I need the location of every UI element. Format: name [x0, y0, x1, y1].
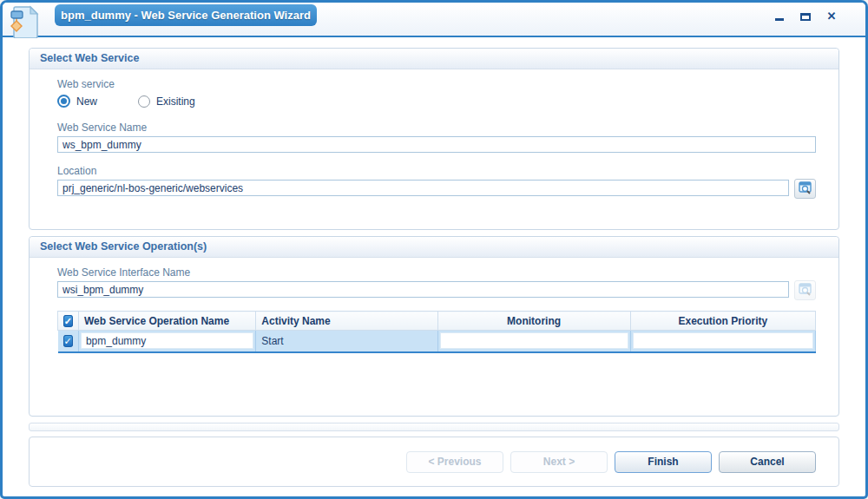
row-checkbox[interactable]: [63, 335, 73, 347]
radio-option-existing[interactable]: Exisiting: [138, 95, 195, 108]
window-title: bpm_dummy - Web Service Generation Wizar…: [55, 4, 317, 26]
radio-existing-label: Exisiting: [156, 95, 195, 108]
select-web-service-panel: Select Web Service Web service New Exisi…: [29, 48, 839, 230]
next-button: Next >: [510, 451, 608, 473]
column-execution-priority[interactable]: Execution Priority: [630, 312, 815, 331]
maximize-icon[interactable]: [799, 10, 812, 23]
radio-existing-icon[interactable]: [138, 95, 150, 108]
select-web-service-header: Select Web Service: [30, 49, 838, 69]
browse-window-search-icon: [799, 181, 812, 197]
web-service-name-label: Web Service Name: [57, 121, 816, 134]
wizard-window: bpm_dummy - Web Service Generation Wizar…: [0, 0, 868, 499]
bpm-document-icon: [10, 5, 39, 38]
select-operations-header: Select Web Service Operation(s): [30, 237, 838, 258]
location-input[interactable]: [57, 180, 789, 196]
operations-table-header-row: Web Service Operation Name Activity Name…: [58, 312, 816, 331]
finish-button[interactable]: Finish: [615, 451, 712, 473]
select-web-service-body: Web service New Exisiting Web Service Na…: [30, 69, 838, 199]
radio-new-selected-icon[interactable]: [57, 95, 70, 108]
location-label: Location: [57, 165, 816, 177]
web-service-label: Web service: [57, 78, 816, 90]
column-operation-name[interactable]: Web Service Operation Name: [78, 312, 255, 331]
interface-name-input[interactable]: [57, 281, 789, 298]
execution-priority-cell[interactable]: [633, 332, 813, 349]
select-all-checkbox[interactable]: [63, 315, 73, 327]
button-panel: < Previous Next > Finish Cancel: [29, 437, 839, 487]
column-monitoring[interactable]: Monitoring: [437, 312, 630, 331]
window-controls: ✕: [773, 10, 838, 23]
table-row[interactable]: bpm_dummy Start: [58, 331, 816, 352]
close-icon[interactable]: ✕: [825, 10, 838, 23]
location-browse-button[interactable]: [794, 179, 816, 199]
cancel-button[interactable]: Cancel: [719, 451, 816, 473]
radio-option-new[interactable]: New: [57, 95, 97, 108]
wizard-content: Select Web Service Web service New Exisi…: [3, 37, 865, 487]
previous-button: < Previous: [406, 451, 503, 473]
minimize-icon[interactable]: [773, 10, 786, 23]
interface-name-row: [57, 281, 816, 300]
web-service-name-input[interactable]: [57, 136, 816, 153]
select-operations-body: Web Service Interface Name: [30, 258, 838, 353]
interface-browse-button-disabled: [794, 280, 816, 300]
activity-name-cell[interactable]: Start: [256, 335, 288, 347]
title-bar: bpm_dummy - Web Service Generation Wizar…: [3, 3, 865, 37]
column-activity-name[interactable]: Activity Name: [256, 312, 437, 331]
operations-table: Web Service Operation Name Activity Name…: [57, 311, 816, 353]
select-operations-panel: Select Web Service Operation(s) Web Serv…: [29, 236, 839, 417]
web-service-type-radio-group: New Exisiting: [57, 95, 816, 108]
browse-window-search-icon: [799, 283, 812, 299]
location-row: [57, 180, 816, 199]
divider-strip: [29, 423, 839, 431]
operation-name-cell[interactable]: bpm_dummy: [81, 332, 253, 349]
monitoring-cell[interactable]: [440, 332, 628, 349]
radio-new-label: New: [76, 95, 97, 108]
interface-name-label: Web Service Interface Name: [57, 266, 816, 279]
